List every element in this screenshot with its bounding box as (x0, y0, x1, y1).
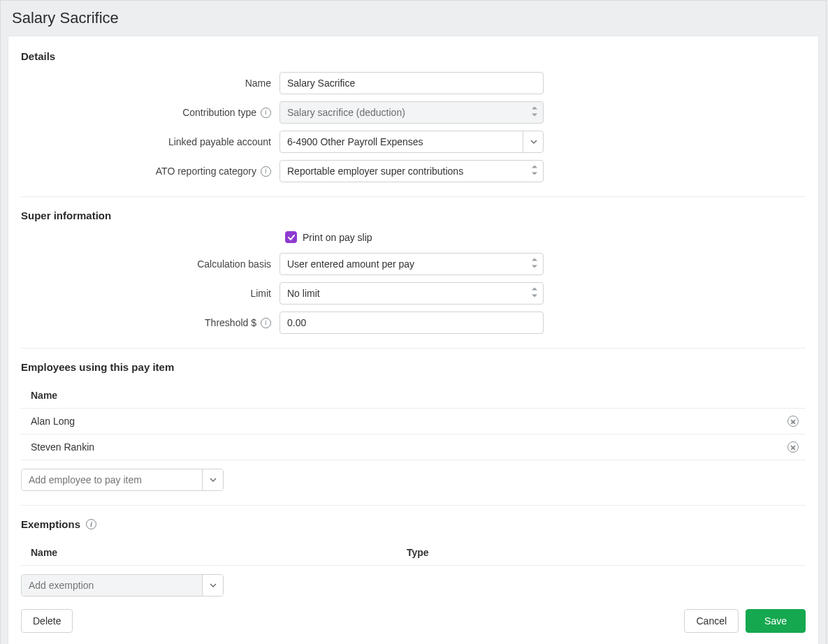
label-print-on-payslip: Print on pay slip (303, 232, 372, 243)
row-threshold: Threshold $ i (21, 312, 806, 334)
divider (21, 505, 806, 506)
add-employee-combo[interactable] (21, 469, 224, 491)
add-exemption-combo[interactable] (21, 574, 224, 597)
footer-bar: Delete Cancel Save (21, 609, 806, 633)
label-limit: Limit (21, 288, 279, 299)
label-linked-account: Linked payable account (21, 136, 279, 147)
add-exemption-input[interactable] (22, 575, 202, 596)
row-ato-category: ATO reporting category i (21, 160, 806, 182)
linked-account-select[interactable] (279, 131, 544, 153)
exemptions-header: Name Type (21, 540, 806, 566)
info-icon[interactable]: i (261, 108, 271, 118)
employees-header: Name (21, 383, 806, 409)
info-icon[interactable]: i (261, 318, 271, 328)
save-button[interactable]: Save (746, 609, 806, 633)
row-linked-account: Linked payable account (21, 131, 806, 153)
form-card: Details Name Contribution type i Linked … (8, 36, 819, 644)
label-calc-basis: Calculation basis (21, 258, 279, 270)
employee-name: Alan Long (24, 416, 783, 427)
section-title-details: Details (21, 50, 806, 62)
employee-row: Alan Long (21, 409, 806, 434)
label-name: Name (21, 78, 279, 89)
exemptions-title-text: Exemptions (21, 518, 80, 530)
name-input[interactable] (279, 72, 544, 94)
close-icon (787, 416, 799, 427)
col-header-name: Name (24, 547, 407, 558)
label-ato-category: ATO reporting category (156, 166, 256, 177)
employee-row: Steven Rankin (21, 434, 806, 460)
employee-name: Steven Rankin (24, 441, 783, 453)
remove-employee-button[interactable] (783, 416, 803, 427)
divider (21, 196, 806, 197)
close-icon (787, 441, 799, 453)
info-icon[interactable]: i (261, 166, 271, 177)
section-title-employees: Employees using this pay item (21, 361, 806, 373)
limit-select[interactable] (279, 282, 544, 305)
calc-basis-select[interactable] (279, 253, 544, 275)
label-contribution-type: Contribution type (182, 107, 256, 118)
check-icon (287, 233, 296, 242)
threshold-input[interactable] (279, 312, 544, 334)
row-calc-basis: Calculation basis (21, 253, 806, 275)
chevron-down-icon (202, 469, 223, 490)
delete-button[interactable]: Delete (21, 609, 73, 633)
info-icon[interactable]: i (86, 519, 96, 529)
chevron-down-icon (202, 575, 223, 596)
cancel-button[interactable]: Cancel (684, 609, 739, 633)
contribution-type-select (279, 101, 544, 124)
row-limit: Limit (21, 282, 806, 305)
row-print-on-payslip: Print on pay slip (285, 231, 806, 243)
print-on-payslip-checkbox[interactable] (285, 231, 297, 243)
row-contribution-type: Contribution type i (21, 101, 806, 124)
page-container: Salary Sacrifice Details Name Contributi… (0, 0, 827, 644)
employees-table: Name Alan Long Steven Rankin (21, 383, 806, 460)
label-threshold: Threshold $ (205, 317, 256, 328)
divider (21, 348, 806, 349)
ato-category-select[interactable] (279, 160, 544, 182)
section-title-exemptions: Exemptions i (21, 518, 806, 530)
page-title: Salary Sacrifice (1, 1, 826, 36)
col-header-type: Type (407, 547, 803, 558)
remove-employee-button[interactable] (783, 441, 803, 453)
add-employee-input[interactable] (22, 469, 202, 490)
col-header-name: Name (24, 390, 783, 401)
row-name: Name (21, 72, 806, 94)
section-title-super: Super information (21, 210, 806, 221)
